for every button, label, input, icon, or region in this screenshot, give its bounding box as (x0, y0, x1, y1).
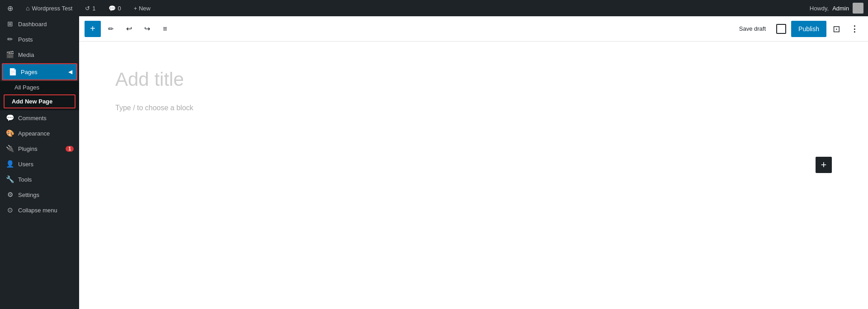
media-icon: 🎬 (5, 51, 14, 59)
admin-username: Admin (832, 5, 849, 12)
sidebar-label-plugins: Plugins (18, 145, 60, 152)
sidebar-label-appearance: Appearance (18, 130, 74, 137)
preview-icon (776, 24, 786, 34)
pages-item-wrap: 📄 Pages ◀ (0, 63, 79, 80)
comments-link[interactable]: 💬 0 (106, 0, 124, 16)
sidebar-label-settings: Settings (18, 192, 74, 198)
all-pages-label: All Pages (14, 84, 39, 91)
howdy-label: Howdy, (810, 5, 829, 12)
pages-icon: 📄 (8, 68, 17, 76)
sidebar-toggle-icon: ⊡ (833, 23, 840, 34)
add-block-plus-icon: + (821, 160, 827, 170)
toggle-sidebar-button[interactable]: ⊡ (828, 21, 844, 37)
site-name-link[interactable]: ⌂ Wordpress Test (23, 0, 75, 16)
sidebar-item-dashboard[interactable]: ⊞ Dashboard (0, 16, 79, 32)
editor-toolbar: + ✏ ↩ ↪ ≡ Save draft Publish (79, 16, 868, 42)
sidebar-label-media: Media (18, 52, 74, 58)
posts-icon: ✏ (5, 35, 14, 43)
sidebar-item-settings[interactable]: ⚙ Settings (0, 187, 79, 202)
dashboard-icon: ⊞ (5, 20, 14, 28)
appearance-icon: 🎨 (5, 129, 14, 137)
pencil-icon: ✏ (108, 25, 114, 33)
sidebar-label-posts: Posts (18, 36, 74, 43)
admin-bar-right: Howdy, Admin (810, 3, 863, 14)
options-button[interactable]: ⋮ (846, 21, 863, 37)
admin-bar: ⊕ ⌂ Wordpress Test ↺ 1 💬 0 + New Howdy, … (0, 0, 868, 16)
editor-content[interactable]: Add title Type / to choose a block + (79, 42, 868, 309)
new-content-link[interactable]: + New (131, 0, 153, 16)
publish-button[interactable]: Publish (791, 21, 826, 37)
edit-mode-button[interactable]: ✏ (103, 21, 119, 37)
plus-icon: + (90, 23, 95, 34)
add-new-page-label: Add New Page (12, 98, 52, 105)
collapse-icon: ⊙ (5, 206, 14, 214)
publish-label: Publish (798, 25, 819, 33)
undo-button[interactable]: ↩ (121, 21, 137, 37)
sidebar-item-appearance[interactable]: 🎨 Appearance (0, 126, 79, 141)
list-view-icon: ≡ (163, 25, 167, 33)
submenu-all-pages[interactable]: All Pages (0, 81, 79, 94)
list-view-button[interactable]: ≡ (157, 21, 173, 37)
pages-collapse-arrow[interactable]: ◀ (64, 64, 76, 80)
preview-button[interactable] (773, 21, 789, 37)
sidebar-label-dashboard: Dashboard (18, 21, 74, 28)
add-block-inline-button[interactable]: + (816, 157, 832, 173)
plugins-icon: 🔌 (5, 145, 14, 153)
sidebar: ⊞ Dashboard ✏ Posts 🎬 Media 📄 Pages ◀ (0, 16, 79, 309)
tools-icon: 🔧 (5, 175, 14, 183)
sidebar-item-users[interactable]: 👤 Users (0, 156, 79, 172)
collapse-menu-item[interactable]: ⊙ Collapse menu (0, 202, 79, 218)
sidebar-label-users: Users (18, 161, 74, 168)
home-icon: ⌂ (26, 5, 29, 12)
sidebar-item-plugins[interactable]: 🔌 Plugins 1 (0, 141, 79, 156)
submenu-add-new-page[interactable]: Add New Page (5, 95, 75, 108)
users-icon: 👤 (5, 160, 14, 168)
collapse-menu-label: Collapse menu (18, 207, 74, 214)
comments-icon: 💬 (108, 5, 116, 12)
plugins-badge: 1 (66, 146, 74, 152)
wp-logo-icon: ⊕ (7, 4, 13, 13)
comment-count: 0 (118, 5, 121, 12)
editor-title-placeholder[interactable]: Add title (115, 69, 832, 90)
sidebar-item-media[interactable]: 🎬 Media (0, 47, 79, 62)
sidebar-item-pages[interactable]: 📄 Pages ◀ (3, 64, 76, 80)
updates-icon: ↺ (85, 5, 90, 12)
redo-icon: ↪ (144, 24, 150, 33)
settings-icon: ⚙ (5, 191, 14, 199)
redo-button[interactable]: ↪ (139, 21, 155, 37)
main-layout: ⊞ Dashboard ✏ Posts 🎬 Media 📄 Pages ◀ (0, 16, 868, 309)
site-title: Wordpress Test (32, 5, 72, 12)
comments-sidebar-icon: 💬 (5, 114, 14, 122)
wp-logo-link[interactable]: ⊕ (5, 0, 16, 16)
sidebar-label-comments: Comments (18, 115, 74, 122)
new-label: + New (134, 5, 151, 12)
add-block-button[interactable]: + (85, 21, 101, 37)
sidebar-item-posts[interactable]: ✏ Posts (0, 32, 79, 47)
save-draft-button[interactable]: Save draft (734, 23, 771, 35)
sidebar-label-tools: Tools (18, 176, 74, 183)
editor-body-placeholder: Type / to choose a block (115, 104, 832, 112)
update-count: 1 (92, 5, 95, 12)
pages-submenu: All Pages Add New Page (0, 81, 79, 110)
avatar[interactable] (853, 3, 863, 14)
sidebar-item-tools[interactable]: 🔧 Tools (0, 172, 79, 187)
editor-container: + ✏ ↩ ↪ ≡ Save draft Publish (79, 16, 868, 309)
save-draft-label: Save draft (739, 25, 766, 32)
undo-icon: ↩ (126, 24, 132, 33)
updates-link[interactable]: ↺ 1 (82, 0, 98, 16)
more-options-icon: ⋮ (850, 24, 859, 34)
sidebar-item-comments[interactable]: 💬 Comments (0, 110, 79, 126)
